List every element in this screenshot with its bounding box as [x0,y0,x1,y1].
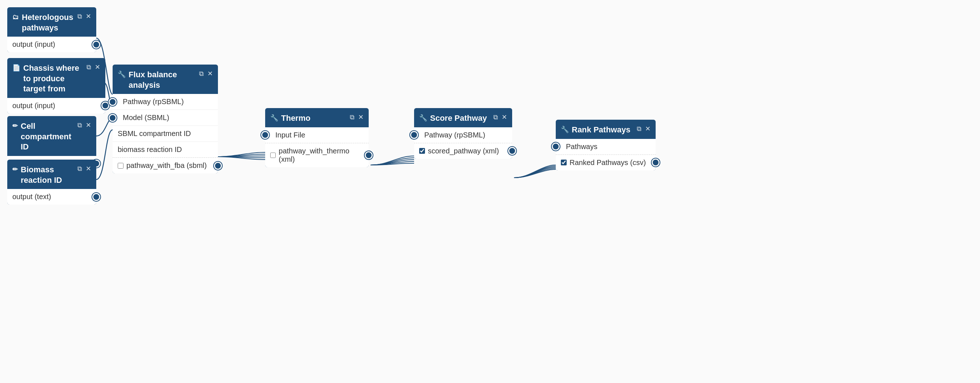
wrench-icon-thermo: 🔧 [270,114,278,122]
chassis-title: Chassis where to produce target from [23,63,86,94]
rank-input-port: Pathways [556,139,655,155]
chassis-output-dot[interactable] [101,101,109,109]
chassis-copy-button[interactable]: ⧉ [86,63,91,71]
rank-input-left-dot[interactable] [552,142,560,150]
rank-pathways-header: 🔧 Rank Pathways ⧉ ✕ [556,120,655,139]
score-input-label: Pathway (rpSBML) [424,131,485,139]
pencil-icon-cell: ✏ [12,122,18,130]
rank-pathways-node: 🔧 Rank Pathways ⧉ ✕ Pathways Ranked Path… [556,120,655,171]
thermo-output-dot[interactable] [365,151,373,159]
flux-pathway-port: Pathway (rpSBML) [113,94,218,110]
rank-pathways-title: Rank Pathways [572,125,630,135]
score-pathway-node: 🔧 Score Pathway ⧉ ✕ Pathway (rpSBML) sco… [414,108,512,159]
rank-output-dot[interactable] [652,158,660,166]
thermo-output-port: pathway_with_thermo (xml) [265,143,369,167]
pencil-icon-biomass: ✏ [12,165,18,174]
score-input-port: Pathway (rpSBML) [414,127,512,143]
rank-pathways-copy-button[interactable]: ⧉ [637,125,641,133]
flux-output-checkbox[interactable] [118,163,124,169]
chassis-node: 📄 Chassis where to produce target from ⧉… [7,58,105,114]
rank-output-label: Ranked Pathways (csv) [570,158,646,167]
flux-balance-close-button[interactable]: ✕ [207,70,213,78]
score-output-label: scored_pathway (xml) [428,147,499,155]
biomass-output-dot[interactable] [92,193,100,201]
chassis-output-label: output (input) [12,101,55,110]
flux-compartment-label: SBML compartment ID [118,130,191,138]
score-output-port: scored_pathway (xml) [414,143,512,159]
thermo-header: 🔧 Thermo ⧉ ✕ [265,108,369,127]
flux-biomass-label: biomass reaction ID [118,146,182,154]
biomass-output-port: output (text) [7,189,96,204]
file-icon: 📄 [12,64,20,72]
flux-balance-node: 🔧 Flux balance analysis ⧉ ✕ Pathway (rpS… [113,65,218,173]
flux-output-port: pathway_with_fba (sbml) [113,158,218,173]
biomass-output-label: output (text) [12,193,51,201]
rank-pathways-close-button[interactable]: ✕ [645,125,651,133]
thermo-output-label: pathway_with_thermo (xml) [278,147,364,163]
thermo-input-left-dot[interactable] [261,131,269,139]
heterologous-output-port: output (input) [7,36,96,52]
heterologous-title: Heterologous pathways [22,12,77,33]
flux-balance-title: Flux balance analysis [129,70,199,90]
thermo-title: Thermo [281,113,310,124]
cell-compartment-header: ✏ Cell compartment ID ⧉ ✕ [7,116,96,156]
biomass-close-button[interactable]: ✕ [86,165,91,173]
heterologous-copy-button[interactable]: ⧉ [77,13,82,20]
chassis-close-button[interactable]: ✕ [95,63,100,71]
cell-compartment-close-button[interactable]: ✕ [86,121,91,129]
thermo-input-port: Input File [265,127,369,143]
chassis-header: 📄 Chassis where to produce target from ⧉… [7,58,105,98]
score-output-checkbox[interactable] [419,148,425,154]
thermo-copy-button[interactable]: ⧉ [350,114,355,121]
flux-pathway-label: Pathway (rpSBML) [123,98,184,106]
heterologous-header: 🗂 Heterologous pathways ⧉ ✕ [7,7,96,36]
heterologous-pathways-node: 🗂 Heterologous pathways ⧉ ✕ output (inpu… [7,7,96,52]
score-output-dot[interactable] [508,147,516,155]
heterologous-close-button[interactable]: ✕ [86,12,91,20]
flux-output-dot[interactable] [214,162,222,170]
score-pathway-header: 🔧 Score Pathway ⧉ ✕ [414,108,512,127]
wrench-icon-score: 🔧 [419,114,427,122]
biomass-copy-button[interactable]: ⧉ [77,165,82,173]
rank-output-port: Ranked Pathways (csv) [556,155,655,171]
cell-compartment-copy-button[interactable]: ⧉ [77,122,82,129]
heterologous-output-dot[interactable] [92,41,100,49]
heterologous-output-label: output (input) [12,40,55,49]
biomass-title: Biomass reaction ID [21,165,77,185]
flux-biomass-port: biomass reaction ID [113,142,218,158]
wrench-icon-flux: 🔧 [118,70,126,79]
flux-model-label: Model (SBML) [123,114,169,122]
score-pathway-copy-button[interactable]: ⧉ [493,114,498,121]
flux-model-left-dot[interactable] [108,114,116,122]
score-pathway-title: Score Pathway [430,113,487,124]
flux-model-port: Model (SBML) [113,110,218,126]
flux-output-label: pathway_with_fba (sbml) [126,161,207,170]
chassis-output-port: output (input) [7,98,105,114]
thermo-node: 🔧 Thermo ⧉ ✕ Input File pathway_with_the… [265,108,369,167]
cell-compartment-title: Cell compartment ID [21,121,77,152]
thermo-close-button[interactable]: ✕ [358,113,364,121]
thermo-output-checkbox[interactable] [270,152,276,158]
rank-output-checkbox[interactable] [561,160,566,165]
biomass-node: ✏ Biomass reaction ID ⧉ ✕ output (text) [7,160,96,204]
thermo-input-label: Input File [275,131,305,139]
folder-icon: 🗂 [12,13,19,21]
wrench-icon-rank: 🔧 [561,125,569,134]
flux-pathway-left-dot[interactable] [108,98,116,106]
biomass-header: ✏ Biomass reaction ID ⧉ ✕ [7,160,96,189]
flux-balance-header: 🔧 Flux balance analysis ⧉ ✕ [113,65,218,94]
rank-input-label: Pathways [566,142,598,151]
flux-compartment-port: SBML compartment ID [113,126,218,142]
score-pathway-close-button[interactable]: ✕ [502,113,507,121]
score-input-left-dot[interactable] [410,131,418,139]
flux-balance-copy-button[interactable]: ⧉ [199,70,204,78]
